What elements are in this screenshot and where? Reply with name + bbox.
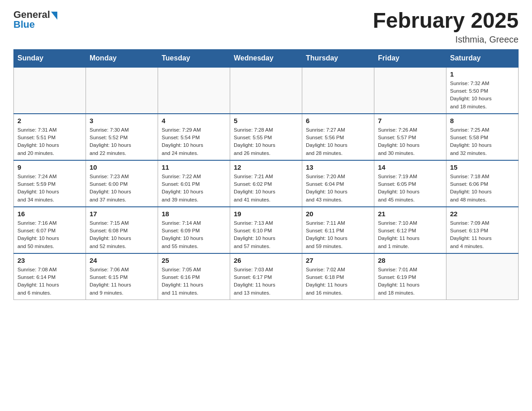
day-info: Sunrise: 7:09 AM Sunset: 6:13 PM Dayligh… <box>450 219 515 250</box>
day-info: Sunrise: 7:32 AM Sunset: 5:50 PM Dayligh… <box>450 80 515 111</box>
day-number: 3 <box>90 117 154 124</box>
day-info: Sunrise: 7:05 AM Sunset: 6:16 PM Dayligh… <box>162 266 226 297</box>
calendar-cell <box>230 67 302 114</box>
calendar-cell: 6Sunrise: 7:27 AM Sunset: 5:56 PM Daylig… <box>302 114 374 160</box>
weekday-header-thursday: Thursday <box>302 49 374 67</box>
calendar-cell: 2Sunrise: 7:31 AM Sunset: 5:51 PM Daylig… <box>14 114 86 160</box>
day-number: 28 <box>378 257 442 264</box>
day-number: 15 <box>450 163 515 171</box>
calendar-body: 1Sunrise: 7:32 AM Sunset: 5:50 PM Daylig… <box>14 67 519 300</box>
calendar-cell: 4Sunrise: 7:29 AM Sunset: 5:54 PM Daylig… <box>158 114 230 160</box>
calendar-cell <box>446 253 519 300</box>
day-info: Sunrise: 7:27 AM Sunset: 5:56 PM Dayligh… <box>306 126 370 157</box>
weekday-header-saturday: Saturday <box>446 49 519 67</box>
day-info: Sunrise: 7:22 AM Sunset: 6:01 PM Dayligh… <box>162 173 226 204</box>
calendar-cell: 22Sunrise: 7:09 AM Sunset: 6:13 PM Dayli… <box>446 207 519 253</box>
calendar-cell: 20Sunrise: 7:11 AM Sunset: 6:11 PM Dayli… <box>302 207 374 253</box>
day-number: 25 <box>162 257 226 264</box>
calendar-cell: 14Sunrise: 7:19 AM Sunset: 6:05 PM Dayli… <box>374 160 446 207</box>
calendar-cell: 26Sunrise: 7:03 AM Sunset: 6:17 PM Dayli… <box>230 253 302 300</box>
day-info: Sunrise: 7:14 AM Sunset: 6:09 PM Dayligh… <box>162 219 226 250</box>
day-info: Sunrise: 7:25 AM Sunset: 5:58 PM Dayligh… <box>450 126 515 157</box>
day-info: Sunrise: 7:13 AM Sunset: 6:10 PM Dayligh… <box>234 219 298 250</box>
day-number: 6 <box>306 117 370 124</box>
day-number: 18 <box>162 210 226 218</box>
day-info: Sunrise: 7:26 AM Sunset: 5:57 PM Dayligh… <box>378 126 442 157</box>
day-info: Sunrise: 7:20 AM Sunset: 6:04 PM Dayligh… <box>306 173 370 204</box>
calendar-cell: 17Sunrise: 7:15 AM Sunset: 6:08 PM Dayli… <box>86 207 158 253</box>
logo: General Blue <box>13 9 57 30</box>
day-number: 10 <box>90 163 154 171</box>
day-number: 2 <box>17 117 82 124</box>
calendar-cell: 27Sunrise: 7:02 AM Sunset: 6:18 PM Dayli… <box>302 253 374 300</box>
calendar-cell: 18Sunrise: 7:14 AM Sunset: 6:09 PM Dayli… <box>158 207 230 253</box>
calendar-cell: 9Sunrise: 7:24 AM Sunset: 5:59 PM Daylig… <box>14 160 86 207</box>
day-number: 14 <box>378 163 442 171</box>
calendar-cell <box>302 67 374 114</box>
calendar-cell: 23Sunrise: 7:08 AM Sunset: 6:14 PM Dayli… <box>14 253 86 300</box>
day-number: 23 <box>17 257 82 264</box>
day-info: Sunrise: 7:21 AM Sunset: 6:02 PM Dayligh… <box>234 173 298 204</box>
day-info: Sunrise: 7:29 AM Sunset: 5:54 PM Dayligh… <box>162 126 226 157</box>
day-info: Sunrise: 7:31 AM Sunset: 5:51 PM Dayligh… <box>17 126 82 157</box>
calendar-cell: 16Sunrise: 7:16 AM Sunset: 6:07 PM Dayli… <box>14 207 86 253</box>
title-block: February 2025 Isthmia, Greece <box>373 9 519 45</box>
day-number: 16 <box>17 210 82 218</box>
calendar-table: SundayMondayTuesdayWednesdayThursdayFrid… <box>13 49 519 300</box>
day-info: Sunrise: 7:10 AM Sunset: 6:12 PM Dayligh… <box>378 219 442 250</box>
day-number: 5 <box>234 117 298 124</box>
day-info: Sunrise: 7:16 AM Sunset: 6:07 PM Dayligh… <box>17 219 82 250</box>
calendar-cell: 1Sunrise: 7:32 AM Sunset: 5:50 PM Daylig… <box>446 67 519 114</box>
day-number: 21 <box>378 210 442 218</box>
weekday-header-monday: Monday <box>86 49 158 67</box>
day-number: 1 <box>450 70 515 78</box>
calendar-cell: 7Sunrise: 7:26 AM Sunset: 5:57 PM Daylig… <box>374 114 446 160</box>
day-number: 13 <box>306 163 370 171</box>
day-info: Sunrise: 7:11 AM Sunset: 6:11 PM Dayligh… <box>306 219 370 250</box>
calendar-week-row: 9Sunrise: 7:24 AM Sunset: 5:59 PM Daylig… <box>14 160 519 207</box>
weekday-header-tuesday: Tuesday <box>158 49 230 67</box>
location-label: Isthmia, Greece <box>373 34 519 45</box>
calendar-cell <box>158 67 230 114</box>
weekday-header-sunday: Sunday <box>14 49 86 67</box>
calendar-cell: 8Sunrise: 7:25 AM Sunset: 5:58 PM Daylig… <box>446 114 519 160</box>
calendar-cell: 10Sunrise: 7:23 AM Sunset: 6:00 PM Dayli… <box>86 160 158 207</box>
calendar-cell: 13Sunrise: 7:20 AM Sunset: 6:04 PM Dayli… <box>302 160 374 207</box>
calendar-week-row: 2Sunrise: 7:31 AM Sunset: 5:51 PM Daylig… <box>14 114 519 160</box>
logo-arrow-icon <box>51 12 57 20</box>
calendar-cell: 25Sunrise: 7:05 AM Sunset: 6:16 PM Dayli… <box>158 253 230 300</box>
calendar-cell <box>374 67 446 114</box>
day-info: Sunrise: 7:23 AM Sunset: 6:00 PM Dayligh… <box>90 173 154 204</box>
calendar-cell: 19Sunrise: 7:13 AM Sunset: 6:10 PM Dayli… <box>230 207 302 253</box>
calendar-cell: 21Sunrise: 7:10 AM Sunset: 6:12 PM Dayli… <box>374 207 446 253</box>
day-info: Sunrise: 7:01 AM Sunset: 6:19 PM Dayligh… <box>378 266 442 297</box>
day-info: Sunrise: 7:02 AM Sunset: 6:18 PM Dayligh… <box>306 266 370 297</box>
day-info: Sunrise: 7:24 AM Sunset: 5:59 PM Dayligh… <box>17 173 82 204</box>
day-number: 27 <box>306 257 370 264</box>
day-number: 4 <box>162 117 226 124</box>
day-info: Sunrise: 7:28 AM Sunset: 5:55 PM Dayligh… <box>234 126 298 157</box>
day-number: 19 <box>234 210 298 218</box>
weekday-header-wednesday: Wednesday <box>230 49 302 67</box>
calendar-cell: 28Sunrise: 7:01 AM Sunset: 6:19 PM Dayli… <box>374 253 446 300</box>
day-number: 22 <box>450 210 515 218</box>
day-number: 26 <box>234 257 298 264</box>
day-info: Sunrise: 7:03 AM Sunset: 6:17 PM Dayligh… <box>234 266 298 297</box>
day-info: Sunrise: 7:30 AM Sunset: 5:52 PM Dayligh… <box>90 126 154 157</box>
day-number: 11 <box>162 163 226 171</box>
day-info: Sunrise: 7:08 AM Sunset: 6:14 PM Dayligh… <box>17 266 82 297</box>
calendar-cell: 11Sunrise: 7:22 AM Sunset: 6:01 PM Dayli… <box>158 160 230 207</box>
day-number: 8 <box>450 117 515 124</box>
calendar-cell: 3Sunrise: 7:30 AM Sunset: 5:52 PM Daylig… <box>86 114 158 160</box>
day-number: 12 <box>234 163 298 171</box>
calendar-header: SundayMondayTuesdayWednesdayThursdayFrid… <box>14 49 519 67</box>
day-number: 20 <box>306 210 370 218</box>
weekday-header-friday: Friday <box>374 49 446 67</box>
page-header: General Blue February 2025 Isthmia, Gree… <box>13 9 519 45</box>
day-info: Sunrise: 7:06 AM Sunset: 6:15 PM Dayligh… <box>90 266 154 297</box>
logo-blue-text: Blue <box>13 19 35 30</box>
calendar-cell: 15Sunrise: 7:18 AM Sunset: 6:06 PM Dayli… <box>446 160 519 207</box>
calendar-cell: 12Sunrise: 7:21 AM Sunset: 6:02 PM Dayli… <box>230 160 302 207</box>
calendar-cell: 5Sunrise: 7:28 AM Sunset: 5:55 PM Daylig… <box>230 114 302 160</box>
day-info: Sunrise: 7:15 AM Sunset: 6:08 PM Dayligh… <box>90 219 154 250</box>
